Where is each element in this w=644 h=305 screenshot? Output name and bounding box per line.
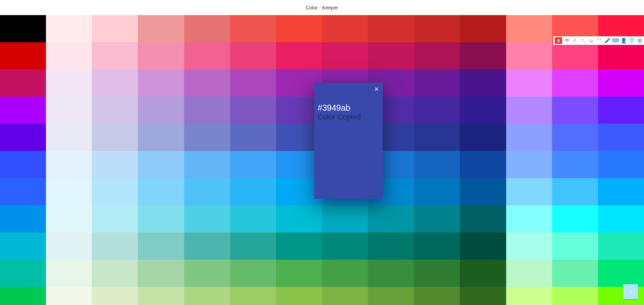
color-swatch[interactable] bbox=[506, 124, 552, 151]
color-swatch[interactable] bbox=[138, 287, 184, 305]
color-swatch[interactable] bbox=[0, 69, 46, 97]
color-swatch[interactable] bbox=[414, 69, 460, 97]
color-swatch[interactable] bbox=[368, 15, 414, 42]
color-swatch[interactable] bbox=[414, 15, 460, 42]
color-swatch[interactable] bbox=[0, 178, 46, 205]
color-swatch[interactable] bbox=[552, 42, 598, 69]
color-swatch[interactable] bbox=[138, 151, 184, 178]
close-icon[interactable]: × bbox=[374, 86, 379, 93]
color-swatch[interactable] bbox=[460, 178, 506, 205]
color-swatch[interactable] bbox=[0, 151, 46, 178]
ime-grid-icon[interactable]: ⊞ bbox=[637, 38, 643, 44]
color-swatch[interactable] bbox=[506, 151, 552, 178]
color-swatch[interactable] bbox=[92, 205, 138, 233]
color-swatch[interactable] bbox=[46, 97, 92, 124]
color-swatch[interactable] bbox=[598, 178, 644, 205]
color-swatch[interactable] bbox=[598, 124, 644, 151]
color-swatch[interactable] bbox=[92, 69, 138, 97]
color-swatch[interactable] bbox=[598, 260, 644, 287]
color-swatch[interactable] bbox=[276, 205, 322, 233]
color-swatch[interactable] bbox=[230, 69, 276, 97]
color-swatch[interactable] bbox=[460, 97, 506, 124]
color-swatch[interactable] bbox=[0, 15, 46, 42]
color-swatch[interactable] bbox=[230, 260, 276, 287]
color-swatch[interactable] bbox=[506, 15, 552, 42]
color-swatch[interactable] bbox=[598, 42, 644, 69]
color-swatch[interactable] bbox=[598, 205, 644, 233]
color-swatch[interactable] bbox=[276, 287, 322, 305]
color-swatch[interactable] bbox=[276, 42, 322, 69]
color-swatch[interactable] bbox=[184, 260, 230, 287]
color-swatch[interactable] bbox=[598, 233, 644, 260]
color-swatch[interactable] bbox=[460, 205, 506, 233]
color-swatch[interactable] bbox=[460, 151, 506, 178]
ime-mic-icon[interactable]: 🎤 bbox=[604, 38, 610, 44]
color-swatch[interactable] bbox=[138, 42, 184, 69]
color-swatch[interactable] bbox=[184, 97, 230, 124]
color-swatch[interactable] bbox=[184, 69, 230, 97]
color-swatch[interactable] bbox=[506, 260, 552, 287]
color-swatch[interactable] bbox=[460, 69, 506, 97]
color-swatch[interactable] bbox=[552, 124, 598, 151]
color-swatch[interactable] bbox=[552, 233, 598, 260]
color-swatch[interactable] bbox=[552, 260, 598, 287]
color-swatch[interactable] bbox=[46, 151, 92, 178]
ime-keyboard-icon[interactable]: ⌨ bbox=[612, 38, 619, 44]
color-swatch[interactable] bbox=[184, 42, 230, 69]
color-swatch[interactable] bbox=[506, 287, 552, 305]
color-swatch[interactable] bbox=[368, 233, 414, 260]
color-swatch[interactable] bbox=[138, 97, 184, 124]
color-swatch[interactable] bbox=[230, 15, 276, 42]
color-swatch[interactable] bbox=[92, 151, 138, 178]
color-swatch[interactable] bbox=[92, 42, 138, 69]
color-swatch[interactable] bbox=[552, 205, 598, 233]
color-swatch[interactable] bbox=[506, 205, 552, 233]
color-swatch[interactable] bbox=[0, 205, 46, 233]
scroll-top-button[interactable]: ↑ bbox=[623, 284, 638, 299]
color-swatch[interactable] bbox=[322, 287, 368, 305]
color-swatch[interactable] bbox=[598, 151, 644, 178]
color-swatch[interactable] bbox=[138, 178, 184, 205]
color-swatch[interactable] bbox=[46, 69, 92, 97]
color-swatch[interactable] bbox=[460, 287, 506, 305]
ime-moon-icon[interactable]: ☾ bbox=[572, 38, 578, 44]
color-swatch[interactable] bbox=[460, 233, 506, 260]
color-swatch[interactable] bbox=[46, 15, 92, 42]
ime-skin-icon[interactable]: 👕 bbox=[629, 38, 635, 44]
color-swatch[interactable] bbox=[322, 15, 368, 42]
color-swatch[interactable] bbox=[460, 42, 506, 69]
color-swatch[interactable] bbox=[460, 124, 506, 151]
color-swatch[interactable] bbox=[506, 97, 552, 124]
color-swatch[interactable] bbox=[0, 97, 46, 124]
color-swatch[interactable] bbox=[276, 260, 322, 287]
color-swatch[interactable] bbox=[184, 124, 230, 151]
color-swatch[interactable] bbox=[46, 178, 92, 205]
color-swatch[interactable] bbox=[0, 287, 46, 305]
ime-user-icon[interactable]: 👤 bbox=[621, 38, 627, 44]
color-swatch[interactable] bbox=[460, 260, 506, 287]
color-swatch[interactable] bbox=[0, 260, 46, 287]
color-swatch[interactable] bbox=[414, 151, 460, 178]
color-swatch[interactable] bbox=[92, 178, 138, 205]
color-swatch[interactable] bbox=[552, 178, 598, 205]
color-swatch[interactable] bbox=[46, 287, 92, 305]
color-swatch[interactable] bbox=[368, 42, 414, 69]
color-swatch[interactable] bbox=[0, 233, 46, 260]
color-swatch[interactable] bbox=[92, 260, 138, 287]
color-swatch[interactable] bbox=[138, 69, 184, 97]
ime-logo-icon[interactable]: S bbox=[555, 37, 562, 44]
color-swatch[interactable] bbox=[46, 260, 92, 287]
color-swatch[interactable] bbox=[598, 97, 644, 124]
color-swatch[interactable] bbox=[184, 205, 230, 233]
ime-face-icon[interactable]: ˄˄ bbox=[596, 38, 602, 44]
color-swatch[interactable] bbox=[276, 233, 322, 260]
ime-lang-button[interactable]: 中 bbox=[564, 38, 570, 44]
color-swatch[interactable] bbox=[506, 69, 552, 97]
color-swatch[interactable] bbox=[0, 42, 46, 69]
color-swatch[interactable] bbox=[92, 287, 138, 305]
color-swatch[interactable] bbox=[138, 15, 184, 42]
color-swatch[interactable] bbox=[46, 124, 92, 151]
color-swatch[interactable] bbox=[552, 97, 598, 124]
color-swatch[interactable] bbox=[414, 287, 460, 305]
ime-emoji-icon[interactable]: ☺ bbox=[588, 38, 594, 44]
